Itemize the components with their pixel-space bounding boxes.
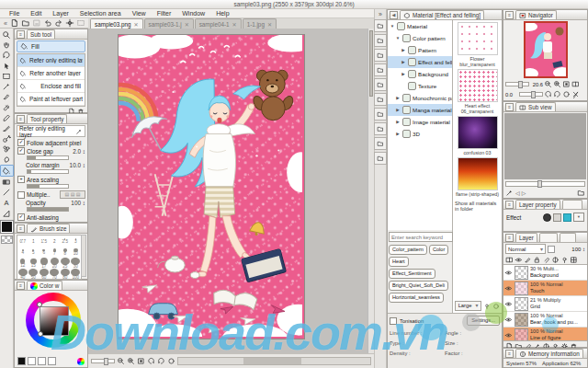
- option-slider[interactable]: [27, 184, 69, 189]
- tree-expander-icon[interactable]: ▼: [395, 36, 401, 40]
- canvas-zoom-in[interactable]: [127, 357, 135, 365]
- brush-size-40[interactable]: 40: [17, 269, 28, 280]
- canvas-zoom-slider[interactable]: [91, 359, 115, 363]
- brush-size-7[interactable]: 7: [50, 247, 61, 258]
- tool-rotate-canvas-button[interactable]: [1, 51, 13, 61]
- navigator-zoom-slider[interactable]: [505, 82, 529, 86]
- material-folder-shortcut[interactable]: [374, 49, 387, 62]
- menu-filter[interactable]: Filter: [152, 9, 177, 18]
- subtool-item[interactable]: Enclose and fill: [17, 80, 85, 93]
- layer-tool-two-pane[interactable]: [505, 256, 514, 264]
- canvas-tab[interactable]: sample04-1✕: [195, 18, 242, 29]
- tool-pencil-button[interactable]: [1, 112, 13, 122]
- tool-text-button[interactable]: A: [1, 198, 13, 208]
- nav-fit[interactable]: [562, 80, 571, 88]
- tool-fill-button[interactable]: [0, 165, 14, 177]
- cmd-folder-button[interactable]: [21, 18, 31, 28]
- layer-row[interactable]: 100 % NormalTouch: [503, 281, 587, 296]
- color-mode-icon[interactable]: [77, 358, 85, 365]
- swatch-option-2[interactable]: [48, 357, 56, 365]
- tree-node[interactable]: ▼Material: [388, 20, 452, 32]
- panel-menu-icon[interactable]: ≡: [505, 103, 514, 111]
- tool-airbrush-button[interactable]: [1, 133, 13, 144]
- brush-size-12[interactable]: 12: [17, 258, 28, 269]
- tool-blend-button[interactable]: [1, 155, 13, 165]
- tool-zoom-button[interactable]: [1, 29, 13, 40]
- tab-tool-navigation[interactable]: [562, 200, 582, 209]
- canvas-vertical-scrollbar[interactable]: [368, 29, 374, 353]
- sub-view-zoom-slider[interactable]: [505, 181, 585, 187]
- tree-node[interactable]: ▶Image material: [388, 116, 452, 128]
- layer-thumbnail[interactable]: [514, 313, 528, 327]
- canvas-zoom-out[interactable]: [117, 357, 125, 365]
- tool-decoration-button[interactable]: [1, 144, 13, 154]
- tree-node[interactable]: ▼Color pattern: [388, 32, 452, 44]
- panel-menu-icon[interactable]: ≡: [17, 30, 25, 39]
- layer-visibility-icon[interactable]: [504, 300, 513, 308]
- tool-selection-button[interactable]: [1, 71, 13, 81]
- material-size-select[interactable]: Large▾: [455, 301, 482, 311]
- layer-visibility-icon[interactable]: [504, 331, 513, 339]
- layer-thumbnail[interactable]: [514, 328, 528, 342]
- foreground-color-swatch[interactable]: [1, 221, 13, 233]
- canvas-tab[interactable]: 1-1.jpg✕: [243, 18, 277, 29]
- menu-help[interactable]: Help: [210, 9, 234, 18]
- subview-eyedropper-icon[interactable]: [505, 189, 514, 197]
- layer-tool-eye[interactable]: [514, 256, 523, 264]
- effect-dropdown-icon[interactable]: ▾: [573, 213, 584, 222]
- canvas-fit[interactable]: [137, 357, 145, 365]
- material-tag[interactable]: Color_pattern: [389, 245, 427, 255]
- layer-row[interactable]: 21 % MultiplyGrid: [503, 296, 587, 312]
- tone-effect-icon[interactable]: [553, 213, 561, 222]
- navigator-rotate-slider[interactable]: [519, 92, 543, 97]
- tonisation-checkbox[interactable]: [390, 317, 397, 325]
- tree-expander-icon[interactable]: ▶: [401, 48, 406, 52]
- tool-hand-button[interactable]: [1, 40, 13, 50]
- brush-size-25[interactable]: 25: [60, 258, 71, 269]
- tool-gradient-button[interactable]: [1, 177, 13, 187]
- brush-size-4[interactable]: 4: [17, 247, 28, 258]
- brush-size-2[interactable]: 2: [50, 236, 61, 247]
- tree-node[interactable]: ▶3D: [388, 128, 452, 140]
- menu-window[interactable]: Window: [176, 9, 210, 18]
- close-tab-icon[interactable]: ✕: [134, 21, 139, 28]
- tree-node[interactable]: ▶Monochromic pat: [388, 92, 452, 104]
- material-item[interactable]: flame (strip-shaped): [455, 157, 501, 197]
- layer-tool-pen[interactable]: [524, 256, 532, 264]
- menu-selection-area[interactable]: Selection area: [74, 9, 127, 18]
- brush-size-30[interactable]: 30: [71, 258, 82, 269]
- background-swatch[interactable]: [28, 357, 36, 365]
- nav-zoom-in[interactable]: [553, 80, 561, 88]
- expand-toggle[interactable]: +: [17, 176, 25, 183]
- nav-flip-h[interactable]: [571, 80, 580, 88]
- subtool-item[interactable]: Paint at leftover part: [17, 93, 85, 106]
- navigator-preview[interactable]: [503, 20, 587, 79]
- panel-menu-icon[interactable]: ≡: [505, 201, 514, 209]
- material-apply-icon[interactable]: [483, 303, 491, 310]
- material-item[interactable]: Heart effect 06_transparent: [455, 69, 501, 114]
- brush-size-0.7[interactable]: 0.7: [17, 236, 28, 247]
- tree-expander-icon[interactable]: ▶: [395, 132, 401, 136]
- menu-layer[interactable]: Layer: [47, 9, 74, 18]
- brush-size-3[interactable]: 3: [71, 236, 82, 247]
- foreground-swatch[interactable]: [17, 357, 26, 365]
- brush-size-8[interactable]: 8: [60, 247, 71, 258]
- layer-row[interactable]: 100 % NormalBear, book and pu...: [503, 312, 587, 328]
- tool-ruler-button[interactable]: [1, 208, 13, 218]
- nav-rotate-ccw[interactable]: [544, 90, 552, 98]
- brush-size-1.5[interactable]: 1.5: [39, 236, 50, 247]
- material-search-input[interactable]: [389, 232, 453, 242]
- material-folder-shortcut[interactable]: [374, 108, 387, 121]
- collapse-toolbar-icon[interactable]: «: [2, 20, 9, 27]
- canvas-artwork[interactable]: [118, 34, 305, 339]
- swatch-option-1[interactable]: [38, 357, 46, 365]
- brush-size-6[interactable]: 6: [39, 247, 50, 258]
- panel-menu-icon[interactable]: ≡: [17, 282, 25, 290]
- close-tab-icon[interactable]: ✕: [185, 21, 189, 28]
- layer-visibility-icon[interactable]: [504, 316, 513, 324]
- subtool-group-fill[interactable]: Fill: [17, 40, 85, 52]
- tree-node[interactable]: ▶Effect and fellin: [388, 56, 452, 68]
- tree-expander-icon[interactable]: ▶: [401, 72, 406, 76]
- material-tag[interactable]: Bright_Quiet_Soft_Deli: [389, 281, 448, 291]
- tool-brush-button[interactable]: [1, 123, 13, 133]
